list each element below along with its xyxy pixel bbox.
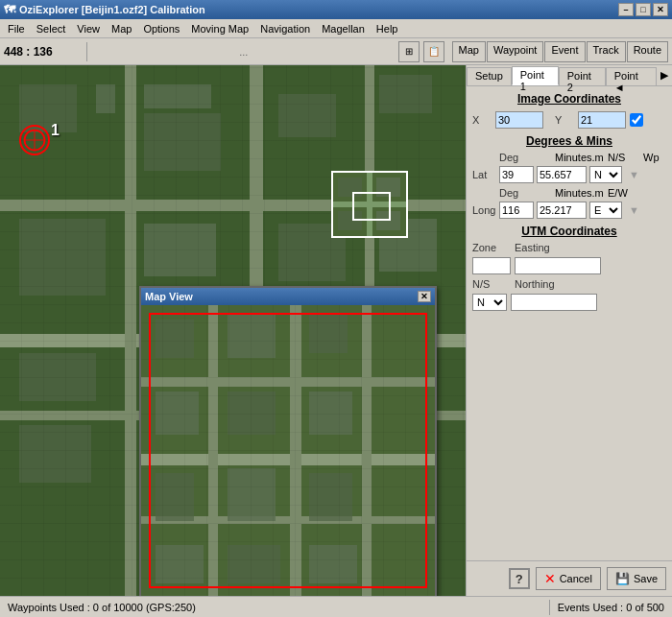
lat-ns-select[interactable]: N S bbox=[589, 166, 622, 183]
deg-label: Deg bbox=[499, 152, 552, 163]
tab-point2[interactable]: Point 2 bbox=[559, 67, 606, 85]
mins-label: Minutes.m bbox=[555, 152, 605, 163]
toolbar-separator-1 bbox=[86, 42, 87, 61]
image-coords-title: Image Coordinates bbox=[472, 92, 666, 106]
utm-ns-row: N/S Northing bbox=[472, 278, 666, 290]
lon-label: Long bbox=[472, 204, 496, 216]
lon-mins-input[interactable] bbox=[537, 202, 587, 219]
wp-btn-label: Wp bbox=[643, 152, 660, 163]
tab-waypoint[interactable]: Waypoint bbox=[487, 41, 543, 62]
menu-magellan[interactable]: Magellan bbox=[316, 21, 371, 36]
utm-ns-select[interactable]: N S bbox=[472, 294, 507, 311]
right-panel: Setup Point 1 Point 2 Point ◄ ▶ Image Co… bbox=[466, 65, 672, 596]
popup-sat-overlay bbox=[141, 305, 435, 596]
lat-mins-input[interactable] bbox=[537, 166, 587, 183]
cancel-button[interactable]: ✕ Cancel bbox=[536, 567, 601, 590]
utm-title: UTM Coordinates bbox=[472, 225, 666, 238]
easting-input[interactable] bbox=[515, 257, 601, 274]
menu-bar: File Select View Map Options Moving Map … bbox=[0, 19, 672, 38]
menu-options[interactable]: Options bbox=[137, 21, 185, 36]
lon-ew-arrow: ▼ bbox=[629, 204, 639, 216]
main-area: 1 Map View ✕ bbox=[0, 65, 672, 596]
cancel-icon: ✕ bbox=[544, 571, 556, 586]
top-tab-group: Map Waypoint Event Track Route bbox=[452, 41, 668, 62]
tab-route[interactable]: Route bbox=[627, 41, 668, 62]
menu-help[interactable]: Help bbox=[371, 21, 404, 36]
tab-point3[interactable]: Point ◄ bbox=[606, 67, 657, 85]
lat-wp: ▼ bbox=[629, 169, 639, 180]
map-area[interactable]: 1 Map View ✕ bbox=[0, 65, 466, 596]
help-button[interactable]: ? bbox=[509, 568, 530, 589]
utm-ns-label: N/S bbox=[472, 278, 511, 290]
title-bar-buttons: – □ ✕ bbox=[618, 3, 668, 16]
tab-setup[interactable]: Setup bbox=[467, 67, 512, 85]
toolbar-btn-2[interactable]: 📋 bbox=[423, 41, 444, 62]
tab-track[interactable]: Track bbox=[587, 41, 626, 62]
utm-zone-inputs bbox=[472, 257, 666, 274]
image-coords-row: X Y bbox=[472, 111, 666, 129]
ew-header-row: Deg Minutes.m E/W bbox=[472, 187, 666, 199]
utm-section: UTM Coordinates Zone Easting N/S Northin… bbox=[472, 225, 666, 311]
deg-label2: Deg bbox=[499, 187, 552, 199]
close-button[interactable]: ✕ bbox=[653, 3, 668, 16]
save-label: Save bbox=[634, 573, 658, 584]
maximize-button[interactable]: □ bbox=[636, 3, 651, 16]
zone-label: Zone bbox=[472, 242, 511, 253]
northing-label: Northing bbox=[515, 278, 555, 290]
popup-map-inner bbox=[141, 305, 435, 596]
thumb-selection-box bbox=[352, 192, 391, 221]
button-row: ? ✕ Cancel 💾 Save bbox=[467, 560, 672, 596]
ew-header: E/W bbox=[608, 187, 640, 199]
panel-content: Image Coordinates X Y Degrees & Mins Deg… bbox=[467, 86, 672, 560]
minimize-button[interactable]: – bbox=[618, 3, 634, 16]
menu-moving-map[interactable]: Moving Map bbox=[185, 21, 254, 36]
title-bar: 🗺 OziExplorer [Beijin1.ozf2] Calibration… bbox=[0, 0, 672, 19]
easting-label: Easting bbox=[515, 242, 553, 253]
x-label: X bbox=[472, 114, 492, 126]
lon-ew-select[interactable]: E W bbox=[589, 202, 622, 219]
lon-deg-input[interactable] bbox=[499, 202, 534, 219]
y-label: Y bbox=[555, 114, 574, 126]
toolbar: 448 : 136 ... ⊞ 📋 Map Waypoint Event Tra… bbox=[0, 38, 672, 65]
y-input[interactable] bbox=[578, 111, 626, 129]
northing-input[interactable] bbox=[511, 294, 597, 311]
menu-file[interactable]: File bbox=[2, 21, 31, 36]
map-view-popup: Map View ✕ bbox=[139, 286, 437, 596]
status-waypoints: Waypoints Used : 0 of 10000 (GPS:250) bbox=[8, 602, 541, 613]
lat-deg-input[interactable] bbox=[499, 166, 534, 183]
tab-map[interactable]: Map bbox=[452, 41, 486, 62]
window-title: OziExplorer [Beijin1.ozf2] Calibration bbox=[19, 4, 618, 15]
tab-scroll-right[interactable]: ▶ bbox=[657, 65, 672, 85]
degrees-mins-title: Degrees & Mins bbox=[472, 134, 666, 148]
thumbnail-inner bbox=[333, 173, 406, 236]
map-background: 1 Map View ✕ bbox=[0, 65, 466, 596]
tab-event[interactable]: Event bbox=[544, 41, 585, 62]
menu-map[interactable]: Map bbox=[106, 21, 137, 36]
app-icon: 🗺 bbox=[4, 3, 15, 16]
map-thumbnail bbox=[331, 171, 408, 238]
lat-row: Lat N S ▼ bbox=[472, 166, 666, 183]
point-1-marker: 1 bbox=[19, 125, 50, 155]
lon-row: Long E W ▼ bbox=[472, 202, 666, 219]
x-input[interactable] bbox=[495, 111, 543, 129]
status-bar: Waypoints Used : 0 of 10000 (GPS:250) Ev… bbox=[0, 596, 672, 617]
utm-ns-inputs: N S bbox=[472, 294, 666, 311]
utm-zone-row: Zone Easting bbox=[472, 242, 666, 253]
tab-point1[interactable]: Point 1 bbox=[512, 66, 559, 85]
toolbar-btn-1[interactable]: ⊞ bbox=[398, 41, 420, 62]
menu-select[interactable]: Select bbox=[31, 21, 72, 36]
ns-header: N/S bbox=[608, 152, 640, 163]
save-button[interactable]: 💾 Save bbox=[607, 567, 666, 590]
menu-navigation[interactable]: Navigation bbox=[254, 21, 316, 36]
status-divider bbox=[549, 600, 550, 615]
coord-checkbox[interactable] bbox=[630, 113, 643, 127]
deg-mins-header-row: Deg Minutes.m N/S Wp bbox=[472, 152, 666, 163]
zone-input[interactable] bbox=[472, 257, 511, 274]
popup-map-content[interactable] bbox=[141, 305, 435, 596]
popup-close-button[interactable]: ✕ bbox=[418, 291, 431, 302]
popup-title: Map View bbox=[145, 291, 418, 302]
point-number: 1 bbox=[51, 122, 60, 139]
status-events: Events Used : 0 of 500 bbox=[558, 602, 664, 613]
toolbar-dots: ... bbox=[93, 46, 395, 58]
menu-view[interactable]: View bbox=[71, 21, 106, 36]
